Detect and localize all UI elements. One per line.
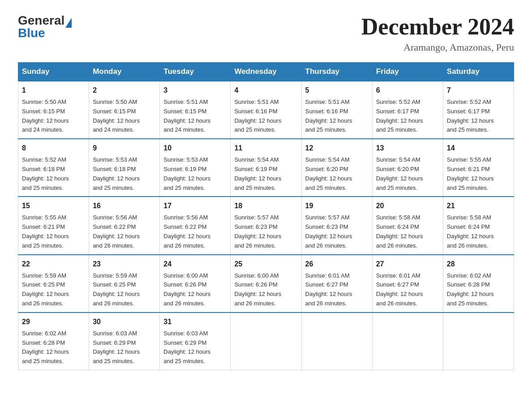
day-info: Sunrise: 5:58 AMSunset: 6:24 PMDaylight:… [376, 214, 423, 248]
calendar-row-2: 15 Sunrise: 5:55 AMSunset: 6:21 PMDaylig… [18, 197, 514, 254]
calendar-cell: 16 Sunrise: 5:56 AMSunset: 6:22 PMDaylig… [89, 197, 160, 254]
day-number: 22 [22, 259, 85, 270]
logo-blue-text: Blue [18, 26, 72, 40]
calendar-row-3: 22 Sunrise: 5:59 AMSunset: 6:25 PMDaylig… [18, 255, 514, 313]
day-number: 20 [376, 201, 439, 211]
day-info: Sunrise: 5:51 AMSunset: 6:16 PMDaylight:… [305, 98, 352, 133]
calendar-cell: 23 Sunrise: 5:59 AMSunset: 6:25 PMDaylig… [89, 255, 160, 313]
calendar-cell: 24 Sunrise: 6:00 AMSunset: 6:26 PMDaylig… [160, 255, 231, 313]
header-saturday: Saturday [443, 63, 514, 81]
day-info: Sunrise: 5:55 AMSunset: 6:21 PMDaylight:… [447, 156, 494, 191]
day-info: Sunrise: 5:57 AMSunset: 6:23 PMDaylight:… [234, 214, 281, 248]
day-info: Sunrise: 5:56 AMSunset: 6:22 PMDaylight:… [93, 214, 140, 248]
calendar-cell: 17 Sunrise: 5:56 AMSunset: 6:22 PMDaylig… [160, 197, 231, 254]
day-number: 5 [305, 85, 369, 96]
day-number: 12 [305, 143, 369, 154]
header-row: Sunday Monday Tuesday Wednesday Thursday… [18, 63, 514, 81]
day-number: 7 [447, 85, 510, 96]
day-info: Sunrise: 5:52 AMSunset: 6:17 PMDaylight:… [447, 98, 494, 133]
day-number: 15 [22, 201, 85, 211]
day-info: Sunrise: 5:52 AMSunset: 6:18 PMDaylight:… [22, 156, 69, 191]
calendar-cell: 20 Sunrise: 5:58 AMSunset: 6:24 PMDaylig… [372, 197, 443, 254]
calendar-cell: 18 Sunrise: 5:57 AMSunset: 6:23 PMDaylig… [231, 197, 301, 254]
day-number: 9 [93, 143, 156, 154]
calendar-cell: 29 Sunrise: 6:02 AMSunset: 6:28 PMDaylig… [18, 313, 89, 370]
calendar-cell [443, 313, 514, 370]
day-info: Sunrise: 5:59 AMSunset: 6:25 PMDaylight:… [22, 272, 69, 307]
day-info: Sunrise: 5:56 AMSunset: 6:22 PMDaylight:… [163, 214, 210, 248]
day-number: 24 [163, 259, 227, 270]
day-info: Sunrise: 5:54 AMSunset: 6:20 PMDaylight:… [305, 156, 352, 191]
day-number: 31 [163, 317, 227, 327]
day-info: Sunrise: 5:54 AMSunset: 6:19 PMDaylight:… [234, 156, 281, 191]
calendar-cell: 12 Sunrise: 5:54 AMSunset: 6:20 PMDaylig… [301, 139, 372, 197]
day-info: Sunrise: 5:52 AMSunset: 6:17 PMDaylight:… [376, 98, 423, 133]
calendar-cell: 31 Sunrise: 6:03 AMSunset: 6:29 PMDaylig… [160, 313, 231, 370]
calendar-row-0: 1 Sunrise: 5:50 AMSunset: 6:15 PMDayligh… [18, 81, 514, 139]
day-number: 4 [234, 85, 297, 96]
day-info: Sunrise: 5:59 AMSunset: 6:25 PMDaylight:… [93, 272, 140, 307]
day-number: 11 [234, 143, 297, 154]
day-info: Sunrise: 6:00 AMSunset: 6:26 PMDaylight:… [234, 272, 281, 307]
day-number: 1 [22, 85, 85, 96]
calendar-cell: 13 Sunrise: 5:54 AMSunset: 6:20 PMDaylig… [372, 139, 443, 197]
day-number: 26 [305, 259, 369, 270]
header-tuesday: Tuesday [160, 63, 231, 81]
day-number: 16 [93, 201, 156, 211]
day-number: 21 [447, 201, 510, 211]
title-section: December 2024 Aramango, Amazonas, Peru [361, 13, 514, 53]
page-header: General Blue December 2024 Aramango, Ama… [18, 13, 514, 53]
calendar-cell: 22 Sunrise: 5:59 AMSunset: 6:25 PMDaylig… [18, 255, 89, 313]
day-number: 17 [163, 201, 227, 211]
calendar-row-4: 29 Sunrise: 6:02 AMSunset: 6:28 PMDaylig… [18, 313, 514, 370]
day-info: Sunrise: 5:57 AMSunset: 6:23 PMDaylight:… [305, 214, 352, 248]
calendar-cell: 28 Sunrise: 6:02 AMSunset: 6:28 PMDaylig… [443, 255, 514, 313]
calendar-cell: 5 Sunrise: 5:51 AMSunset: 6:16 PMDayligh… [301, 81, 372, 139]
calendar-cell: 8 Sunrise: 5:52 AMSunset: 6:18 PMDayligh… [18, 139, 89, 197]
calendar-cell: 15 Sunrise: 5:55 AMSunset: 6:21 PMDaylig… [18, 197, 89, 254]
day-number: 8 [22, 143, 85, 154]
calendar-cell: 30 Sunrise: 6:03 AMSunset: 6:29 PMDaylig… [89, 313, 160, 370]
calendar-row-1: 8 Sunrise: 5:52 AMSunset: 6:18 PMDayligh… [18, 139, 514, 197]
calendar-cell: 6 Sunrise: 5:52 AMSunset: 6:17 PMDayligh… [372, 81, 443, 139]
day-info: Sunrise: 5:53 AMSunset: 6:18 PMDaylight:… [93, 156, 140, 191]
day-info: Sunrise: 6:00 AMSunset: 6:26 PMDaylight:… [163, 272, 210, 307]
day-info: Sunrise: 5:51 AMSunset: 6:15 PMDaylight:… [163, 98, 210, 133]
day-number: 25 [234, 259, 297, 270]
day-info: Sunrise: 6:03 AMSunset: 6:29 PMDaylight:… [93, 330, 140, 364]
header-thursday: Thursday [301, 63, 372, 81]
day-number: 28 [447, 259, 510, 270]
calendar-cell: 11 Sunrise: 5:54 AMSunset: 6:19 PMDaylig… [231, 139, 301, 197]
logo-wrapper: General Blue [18, 13, 72, 40]
header-wednesday: Wednesday [231, 63, 301, 81]
day-info: Sunrise: 6:02 AMSunset: 6:28 PMDaylight:… [22, 330, 69, 364]
header-sunday: Sunday [18, 63, 89, 81]
calendar-cell: 10 Sunrise: 5:53 AMSunset: 6:19 PMDaylig… [160, 139, 231, 197]
calendar-subtitle: Aramango, Amazonas, Peru [361, 42, 514, 53]
calendar-cell: 26 Sunrise: 6:01 AMSunset: 6:27 PMDaylig… [301, 255, 372, 313]
day-info: Sunrise: 6:01 AMSunset: 6:27 PMDaylight:… [305, 272, 352, 307]
calendar-cell [372, 313, 443, 370]
day-info: Sunrise: 6:03 AMSunset: 6:29 PMDaylight:… [163, 330, 210, 364]
day-info: Sunrise: 5:54 AMSunset: 6:20 PMDaylight:… [376, 156, 423, 191]
day-info: Sunrise: 5:53 AMSunset: 6:19 PMDaylight:… [163, 156, 210, 191]
calendar-cell: 21 Sunrise: 5:58 AMSunset: 6:24 PMDaylig… [443, 197, 514, 254]
day-number: 27 [376, 259, 439, 270]
calendar-title: December 2024 [361, 13, 514, 40]
calendar-table: Sunday Monday Tuesday Wednesday Thursday… [18, 62, 514, 370]
day-number: 13 [376, 143, 439, 154]
day-number: 30 [93, 317, 156, 327]
calendar-cell: 4 Sunrise: 5:51 AMSunset: 6:16 PMDayligh… [231, 81, 301, 139]
calendar-cell: 25 Sunrise: 6:00 AMSunset: 6:26 PMDaylig… [231, 255, 301, 313]
day-number: 18 [234, 201, 297, 211]
day-info: Sunrise: 6:02 AMSunset: 6:28 PMDaylight:… [447, 272, 494, 307]
calendar-cell: 19 Sunrise: 5:57 AMSunset: 6:23 PMDaylig… [301, 197, 372, 254]
day-info: Sunrise: 6:01 AMSunset: 6:27 PMDaylight:… [376, 272, 423, 307]
calendar-cell: 14 Sunrise: 5:55 AMSunset: 6:21 PMDaylig… [443, 139, 514, 197]
day-info: Sunrise: 5:50 AMSunset: 6:15 PMDaylight:… [93, 98, 140, 133]
calendar-cell: 9 Sunrise: 5:53 AMSunset: 6:18 PMDayligh… [89, 139, 160, 197]
day-info: Sunrise: 5:51 AMSunset: 6:16 PMDaylight:… [234, 98, 281, 133]
header-friday: Friday [372, 63, 443, 81]
calendar-cell [231, 313, 301, 370]
day-number: 6 [376, 85, 439, 96]
